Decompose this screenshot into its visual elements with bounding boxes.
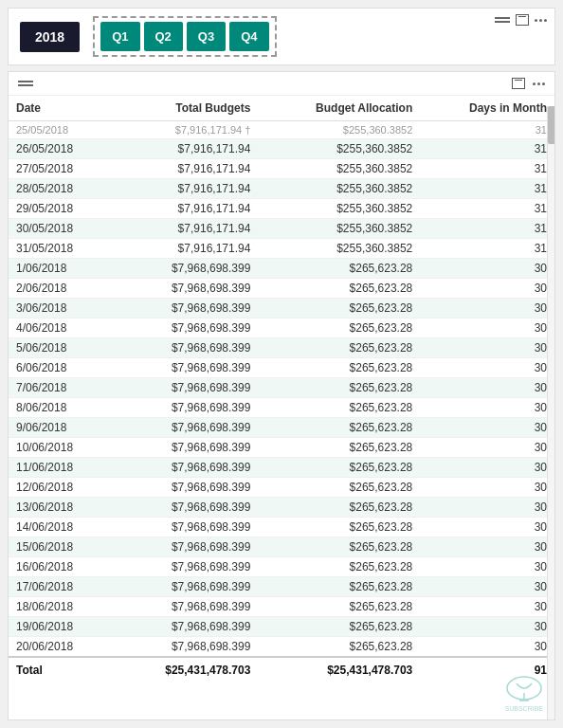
table-cell: 31 [420,139,554,159]
q3-button[interactable]: Q3 [187,22,226,51]
table-cell: 31 [420,179,554,199]
table-row: 28/05/2018$7,916,171.94$255,360.385231 [9,179,554,199]
table-row: 9/06/2018$7,968,698.399$265,623.2830 [9,418,554,438]
table-cell: 16/06/2018 [9,557,113,577]
table-row: 13/06/2018$7,968,698.399$265,623.2830 [9,498,554,518]
table-cell: $265,623.28 [258,597,420,617]
table-hamburger-icon[interactable] [18,81,33,86]
footer-total-budgets: $25,431,478.703 [113,657,258,682]
col-days-in-month: Days in Month [420,96,554,121]
table-row: 8/06/2018$7,968,698.399$265,623.2830 [9,398,554,418]
data-table: Date Total Budgets Budget Allocation Day… [9,96,554,682]
table-expand-icon[interactable] [512,78,525,89]
table-cell: $255,360.3852 [258,199,420,219]
table-cell: $7,916,171.94 † [113,121,258,139]
table-cell: $265,623.28 [258,259,420,279]
table-row: 31/05/2018$7,916,171.94$255,360.385231 [9,239,554,259]
table-row: 2/06/2018$7,968,698.399$265,623.2830 [9,279,554,299]
table-cell: $7,968,698.399 [113,518,258,537]
table-cell: $255,360.3852 [258,121,420,139]
table-cell: $7,968,698.399 [113,597,258,617]
top-panel-icons [495,14,547,26]
table-cell: 30 [420,279,554,299]
col-budget-allocation: Budget Allocation [258,96,420,121]
table-cell: 6/06/2018 [9,358,113,378]
table-header-row: Date Total Budgets Budget Allocation Day… [9,96,554,121]
footer-label: Total [9,657,113,682]
scrollbar[interactable] [547,106,554,719]
table-panel: Date Total Budgets Budget Allocation Day… [8,71,555,720]
table-cell: $7,968,698.399 [113,557,258,577]
table-row: 15/06/2018$7,968,698.399$265,623.2830 [9,537,554,557]
table-row: 7/06/2018$7,968,698.399$265,623.2830 [9,378,554,398]
table-row: 4/06/2018$7,968,698.399$265,623.2830 [9,318,554,338]
table-row: 17/06/2018$7,968,698.399$265,623.2830 [9,577,554,597]
table-cell: $7,968,698.399 [113,398,258,418]
table-cell: 31 [420,199,554,219]
table-cell: 27/05/2018 [9,159,113,179]
table-cell: $7,968,698.399 [113,438,258,458]
table-cell: $265,623.28 [258,299,420,318]
table-cell: $265,623.28 [258,518,420,537]
scrollbar-thumb[interactable] [548,106,555,144]
table-cell: $7,968,698.399 [113,637,258,658]
table-cell: $7,968,698.399 [113,537,258,557]
table-cell: 7/06/2018 [9,378,113,398]
table-row: 12/06/2018$7,968,698.399$265,623.2830 [9,478,554,498]
table-row: 16/06/2018$7,968,698.399$265,623.2830 [9,557,554,577]
table-cell: 20/06/2018 [9,637,113,658]
table-cell: 30 [420,458,554,478]
table-cell: $265,623.28 [258,358,420,378]
table-more-icon[interactable] [533,82,545,85]
subscribe-watermark: SUBSCRIBE [505,674,543,712]
table-cell: $7,916,171.94 [113,219,258,239]
table-cell: $255,360.3852 [258,239,420,259]
table-cell: 31 [420,159,554,179]
q1-button[interactable]: Q1 [100,22,139,51]
table-row: 14/06/2018$7,968,698.399$265,623.2830 [9,518,554,537]
table-row: 30/05/2018$7,916,171.94$255,360.385231 [9,219,554,239]
footer-budget-allocation: $25,431,478.703 [258,657,420,682]
table-cell: $265,623.28 [258,398,420,418]
table-cell: 31/05/2018 [9,239,113,259]
table-cell: 31 [420,219,554,239]
table-cell: $7,968,698.399 [113,279,258,299]
table-cell: 14/06/2018 [9,518,113,537]
more-icon[interactable] [535,19,547,22]
table-cell: $7,968,698.399 [113,259,258,279]
table-cell: $7,968,698.399 [113,378,258,398]
table-row: 1/06/2018$7,968,698.399$265,623.2830 [9,259,554,279]
table-row: 25/05/2018$7,916,171.94 †$255,360.385231 [9,121,554,139]
table-cell: $255,360.3852 [258,139,420,159]
table-row: 5/06/2018$7,968,698.399$265,623.2830 [9,338,554,358]
table-cell: 30 [420,557,554,577]
table-cell: $265,623.28 [258,458,420,478]
table-cell: 31 [420,239,554,259]
table-cell: $7,916,171.94 [113,139,258,159]
q2-button[interactable]: Q2 [144,22,183,51]
table-row: 6/06/2018$7,968,698.399$265,623.2830 [9,358,554,378]
table-cell: 1/06/2018 [9,259,113,279]
table-cell: 18/06/2018 [9,597,113,617]
q4-button[interactable]: Q4 [229,22,268,51]
table-cell: 30 [420,498,554,518]
hamburger-icon[interactable] [495,17,510,23]
expand-icon[interactable] [516,14,529,26]
table-cell: $255,360.3852 [258,219,420,239]
table-wrapper[interactable]: Date Total Budgets Budget Allocation Day… [9,96,554,719]
panel-header-icons [512,78,545,89]
table-cell: $7,968,698.399 [113,338,258,358]
table-cell: 30 [420,577,554,597]
table-cell: $7,968,698.399 [113,318,258,338]
table-cell: 3/06/2018 [9,299,113,318]
table-cell: 30 [420,338,554,358]
table-cell: 30 [420,398,554,418]
table-cell: 30 [420,597,554,617]
table-row: 19/06/2018$7,968,698.399$265,623.2830 [9,617,554,637]
table-cell: $265,623.28 [258,557,420,577]
table-cell: 30 [420,318,554,338]
table-cell: $265,623.28 [258,577,420,597]
table-cell: 31 [420,121,554,139]
year-selector[interactable]: 2018 [20,22,80,52]
table-cell: 30 [420,418,554,438]
